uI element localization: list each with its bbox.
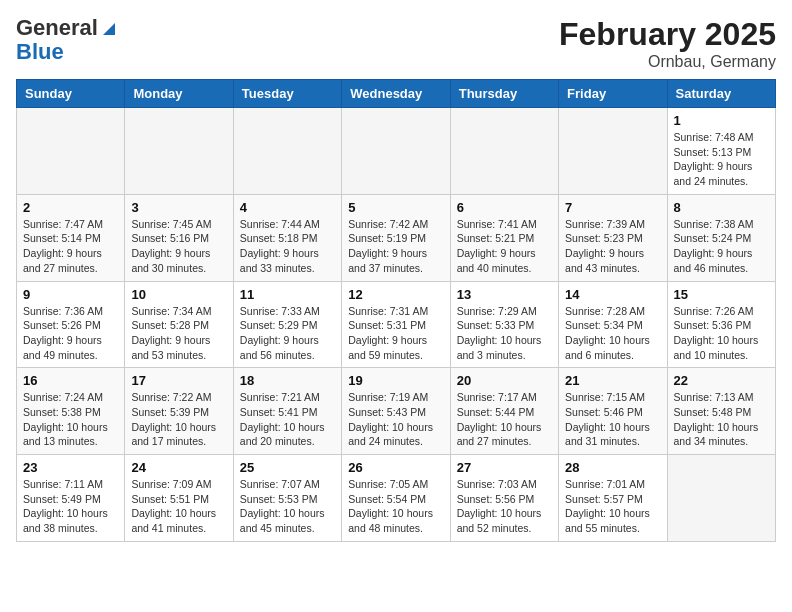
svg-marker-0 — [103, 23, 115, 35]
day-info: Sunrise: 7:45 AM Sunset: 5:16 PM Dayligh… — [131, 217, 226, 276]
day-info: Sunrise: 7:44 AM Sunset: 5:18 PM Dayligh… — [240, 217, 335, 276]
page-header: General Blue February 2025 Ornbau, Germa… — [16, 16, 776, 71]
day-number: 21 — [565, 373, 660, 388]
calendar-table: Sunday Monday Tuesday Wednesday Thursday… — [16, 79, 776, 542]
day-info: Sunrise: 7:15 AM Sunset: 5:46 PM Dayligh… — [565, 390, 660, 449]
calendar-cell — [667, 455, 775, 542]
day-info: Sunrise: 7:34 AM Sunset: 5:28 PM Dayligh… — [131, 304, 226, 363]
calendar-cell: 4Sunrise: 7:44 AM Sunset: 5:18 PM Daylig… — [233, 194, 341, 281]
calendar-cell: 24Sunrise: 7:09 AM Sunset: 5:51 PM Dayli… — [125, 455, 233, 542]
day-number: 24 — [131, 460, 226, 475]
calendar-cell: 17Sunrise: 7:22 AM Sunset: 5:39 PM Dayli… — [125, 368, 233, 455]
day-number: 22 — [674, 373, 769, 388]
calendar-week-5: 23Sunrise: 7:11 AM Sunset: 5:49 PM Dayli… — [17, 455, 776, 542]
day-info: Sunrise: 7:01 AM Sunset: 5:57 PM Dayligh… — [565, 477, 660, 536]
calendar-cell — [233, 108, 341, 195]
calendar-cell: 20Sunrise: 7:17 AM Sunset: 5:44 PM Dayli… — [450, 368, 558, 455]
day-info: Sunrise: 7:36 AM Sunset: 5:26 PM Dayligh… — [23, 304, 118, 363]
day-number: 15 — [674, 287, 769, 302]
calendar-cell: 14Sunrise: 7:28 AM Sunset: 5:34 PM Dayli… — [559, 281, 667, 368]
calendar-week-4: 16Sunrise: 7:24 AM Sunset: 5:38 PM Dayli… — [17, 368, 776, 455]
header-friday: Friday — [559, 80, 667, 108]
day-info: Sunrise: 7:39 AM Sunset: 5:23 PM Dayligh… — [565, 217, 660, 276]
day-info: Sunrise: 7:38 AM Sunset: 5:24 PM Dayligh… — [674, 217, 769, 276]
day-number: 8 — [674, 200, 769, 215]
day-info: Sunrise: 7:29 AM Sunset: 5:33 PM Dayligh… — [457, 304, 552, 363]
calendar-cell: 11Sunrise: 7:33 AM Sunset: 5:29 PM Dayli… — [233, 281, 341, 368]
day-info: Sunrise: 7:33 AM Sunset: 5:29 PM Dayligh… — [240, 304, 335, 363]
day-info: Sunrise: 7:03 AM Sunset: 5:56 PM Dayligh… — [457, 477, 552, 536]
calendar-cell: 16Sunrise: 7:24 AM Sunset: 5:38 PM Dayli… — [17, 368, 125, 455]
logo-blue: Blue — [16, 39, 64, 64]
day-info: Sunrise: 7:09 AM Sunset: 5:51 PM Dayligh… — [131, 477, 226, 536]
calendar-cell — [450, 108, 558, 195]
day-info: Sunrise: 7:22 AM Sunset: 5:39 PM Dayligh… — [131, 390, 226, 449]
calendar-cell: 2Sunrise: 7:47 AM Sunset: 5:14 PM Daylig… — [17, 194, 125, 281]
logo-icon — [100, 20, 118, 38]
day-number: 7 — [565, 200, 660, 215]
day-number: 9 — [23, 287, 118, 302]
logo-general: General — [16, 15, 98, 40]
day-number: 1 — [674, 113, 769, 128]
calendar-cell: 12Sunrise: 7:31 AM Sunset: 5:31 PM Dayli… — [342, 281, 450, 368]
calendar-cell: 25Sunrise: 7:07 AM Sunset: 5:53 PM Dayli… — [233, 455, 341, 542]
header-thursday: Thursday — [450, 80, 558, 108]
day-number: 12 — [348, 287, 443, 302]
calendar-cell: 26Sunrise: 7:05 AM Sunset: 5:54 PM Dayli… — [342, 455, 450, 542]
calendar-cell: 18Sunrise: 7:21 AM Sunset: 5:41 PM Dayli… — [233, 368, 341, 455]
header-saturday: Saturday — [667, 80, 775, 108]
header-sunday: Sunday — [17, 80, 125, 108]
day-info: Sunrise: 7:05 AM Sunset: 5:54 PM Dayligh… — [348, 477, 443, 536]
day-number: 14 — [565, 287, 660, 302]
calendar-cell: 10Sunrise: 7:34 AM Sunset: 5:28 PM Dayli… — [125, 281, 233, 368]
calendar-week-3: 9Sunrise: 7:36 AM Sunset: 5:26 PM Daylig… — [17, 281, 776, 368]
header-wednesday: Wednesday — [342, 80, 450, 108]
day-info: Sunrise: 7:48 AM Sunset: 5:13 PM Dayligh… — [674, 130, 769, 189]
calendar-week-1: 1Sunrise: 7:48 AM Sunset: 5:13 PM Daylig… — [17, 108, 776, 195]
day-number: 16 — [23, 373, 118, 388]
header-tuesday: Tuesday — [233, 80, 341, 108]
calendar-cell: 13Sunrise: 7:29 AM Sunset: 5:33 PM Dayli… — [450, 281, 558, 368]
calendar-cell: 9Sunrise: 7:36 AM Sunset: 5:26 PM Daylig… — [17, 281, 125, 368]
calendar-cell — [342, 108, 450, 195]
day-info: Sunrise: 7:42 AM Sunset: 5:19 PM Dayligh… — [348, 217, 443, 276]
calendar-cell — [559, 108, 667, 195]
day-number: 25 — [240, 460, 335, 475]
calendar-cell: 8Sunrise: 7:38 AM Sunset: 5:24 PM Daylig… — [667, 194, 775, 281]
logo: General Blue — [16, 16, 118, 64]
day-number: 6 — [457, 200, 552, 215]
calendar-cell: 19Sunrise: 7:19 AM Sunset: 5:43 PM Dayli… — [342, 368, 450, 455]
day-info: Sunrise: 7:17 AM Sunset: 5:44 PM Dayligh… — [457, 390, 552, 449]
day-number: 26 — [348, 460, 443, 475]
header-monday: Monday — [125, 80, 233, 108]
day-info: Sunrise: 7:11 AM Sunset: 5:49 PM Dayligh… — [23, 477, 118, 536]
day-number: 5 — [348, 200, 443, 215]
day-info: Sunrise: 7:07 AM Sunset: 5:53 PM Dayligh… — [240, 477, 335, 536]
day-number: 3 — [131, 200, 226, 215]
calendar-week-2: 2Sunrise: 7:47 AM Sunset: 5:14 PM Daylig… — [17, 194, 776, 281]
day-info: Sunrise: 7:21 AM Sunset: 5:41 PM Dayligh… — [240, 390, 335, 449]
day-info: Sunrise: 7:13 AM Sunset: 5:48 PM Dayligh… — [674, 390, 769, 449]
calendar-cell: 22Sunrise: 7:13 AM Sunset: 5:48 PM Dayli… — [667, 368, 775, 455]
day-number: 27 — [457, 460, 552, 475]
month-title: February 2025 — [559, 16, 776, 53]
day-info: Sunrise: 7:31 AM Sunset: 5:31 PM Dayligh… — [348, 304, 443, 363]
title-block: February 2025 Ornbau, Germany — [559, 16, 776, 71]
calendar-cell: 1Sunrise: 7:48 AM Sunset: 5:13 PM Daylig… — [667, 108, 775, 195]
calendar-cell: 7Sunrise: 7:39 AM Sunset: 5:23 PM Daylig… — [559, 194, 667, 281]
day-info: Sunrise: 7:19 AM Sunset: 5:43 PM Dayligh… — [348, 390, 443, 449]
calendar-cell: 23Sunrise: 7:11 AM Sunset: 5:49 PM Dayli… — [17, 455, 125, 542]
calendar-cell: 6Sunrise: 7:41 AM Sunset: 5:21 PM Daylig… — [450, 194, 558, 281]
day-info: Sunrise: 7:26 AM Sunset: 5:36 PM Dayligh… — [674, 304, 769, 363]
day-number: 18 — [240, 373, 335, 388]
calendar-cell — [17, 108, 125, 195]
day-number: 11 — [240, 287, 335, 302]
location-title: Ornbau, Germany — [559, 53, 776, 71]
calendar-cell — [125, 108, 233, 195]
day-number: 19 — [348, 373, 443, 388]
calendar-cell: 27Sunrise: 7:03 AM Sunset: 5:56 PM Dayli… — [450, 455, 558, 542]
day-number: 23 — [23, 460, 118, 475]
calendar-cell: 28Sunrise: 7:01 AM Sunset: 5:57 PM Dayli… — [559, 455, 667, 542]
day-number: 20 — [457, 373, 552, 388]
calendar-cell: 5Sunrise: 7:42 AM Sunset: 5:19 PM Daylig… — [342, 194, 450, 281]
